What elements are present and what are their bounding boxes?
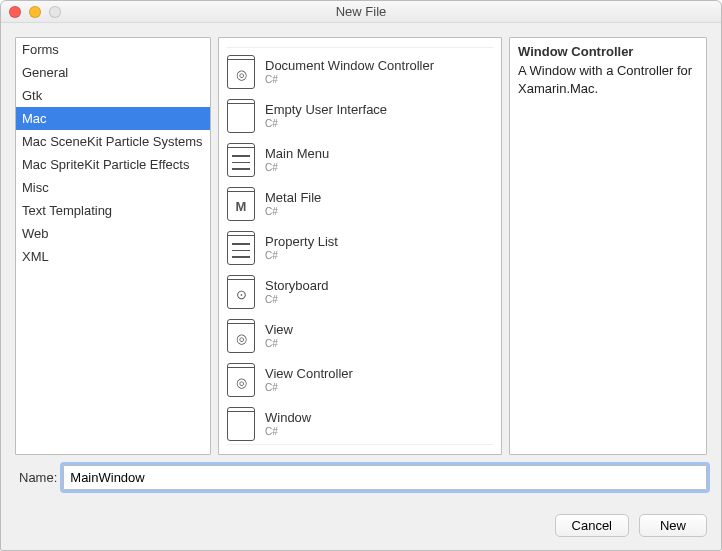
template-sub: C# [265,74,434,86]
template-scroll: ◎ Document Window ControllerC# Empty Use… [219,50,501,442]
dialog-body: Forms General Gtk Mac Mac SceneKit Parti… [1,23,721,463]
template-sub: C# [265,294,329,306]
template-name: Storyboard [265,278,329,294]
name-input[interactable] [63,465,707,490]
titlebar: New File [1,1,721,23]
category-list[interactable]: Forms General Gtk Mac Mac SceneKit Parti… [15,37,211,455]
template-sub: C# [265,162,329,174]
detail-description: A Window with a Controller for Xamarin.M… [518,62,698,97]
name-label: Name: [19,470,57,485]
sidebar-item-text-templating[interactable]: Text Templating [16,199,210,222]
template-name: Empty User Interface [265,102,387,118]
sidebar-item-misc[interactable]: Misc [16,176,210,199]
template-sub: C# [265,426,311,438]
sidebar-item-general[interactable]: General [16,61,210,84]
minimize-icon[interactable] [29,6,41,18]
name-row: Name: [1,463,721,498]
new-button[interactable]: New [639,514,707,537]
template-sub: C# [265,382,353,394]
template-sub: C# [265,206,321,218]
template-row-document-window-controller[interactable]: ◎ Document Window ControllerC# [219,50,501,94]
template-row-metal-file[interactable]: M Metal FileC# [219,182,501,226]
template-name: Main Menu [265,146,329,162]
zoom-icon[interactable] [49,6,61,18]
template-row-view-controller[interactable]: ◎ View ControllerC# [219,358,501,402]
template-sub: C# [265,338,293,350]
file-icon [227,143,255,177]
template-name: View Controller [265,366,353,382]
file-icon: ◎ [227,319,255,353]
template-row-main-menu[interactable]: Main MenuC# [219,138,501,182]
template-row-storyboard[interactable]: ⊙ StoryboardC# [219,270,501,314]
template-name: Metal File [265,190,321,206]
file-icon [227,231,255,265]
template-row-window[interactable]: WindowC# [219,402,501,442]
window-title: New File [1,4,721,19]
window-controls [9,6,61,18]
sidebar-item-mac[interactable]: Mac [16,107,210,130]
template-row-empty-user-interface[interactable]: Empty User InterfaceC# [219,94,501,138]
file-icon [227,99,255,133]
file-icon: ◎ [227,55,255,89]
template-name: Property List [265,234,338,250]
cancel-button[interactable]: Cancel [555,514,629,537]
file-icon: ⊙ [227,275,255,309]
file-icon: ◎ [227,363,255,397]
template-name: Window [265,410,311,426]
new-file-dialog: New File Forms General Gtk Mac Mac Scene… [0,0,722,551]
detail-panel: Window Controller A Window with a Contro… [509,37,707,455]
scroll-peek-bottom [227,444,493,454]
template-sub: C# [265,250,338,262]
sidebar-item-forms[interactable]: Forms [16,38,210,61]
sidebar-item-mac-spritekit[interactable]: Mac SpriteKit Particle Effects [16,153,210,176]
dialog-footer: Cancel New [1,498,721,547]
close-icon[interactable] [9,6,21,18]
file-icon: M [227,187,255,221]
template-sub: C# [265,118,387,130]
sidebar-item-web[interactable]: Web [16,222,210,245]
sidebar-item-xml[interactable]: XML [16,245,210,268]
sidebar-item-gtk[interactable]: Gtk [16,84,210,107]
template-list[interactable]: ◎ Document Window ControllerC# Empty Use… [218,37,502,455]
template-name: Document Window Controller [265,58,434,74]
sidebar-item-mac-scenekit[interactable]: Mac SceneKit Particle Systems [16,130,210,153]
template-row-property-list[interactable]: Property ListC# [219,226,501,270]
scroll-peek-top [227,38,493,48]
template-row-view[interactable]: ◎ ViewC# [219,314,501,358]
detail-title: Window Controller [518,44,698,59]
template-name: View [265,322,293,338]
file-icon [227,407,255,441]
